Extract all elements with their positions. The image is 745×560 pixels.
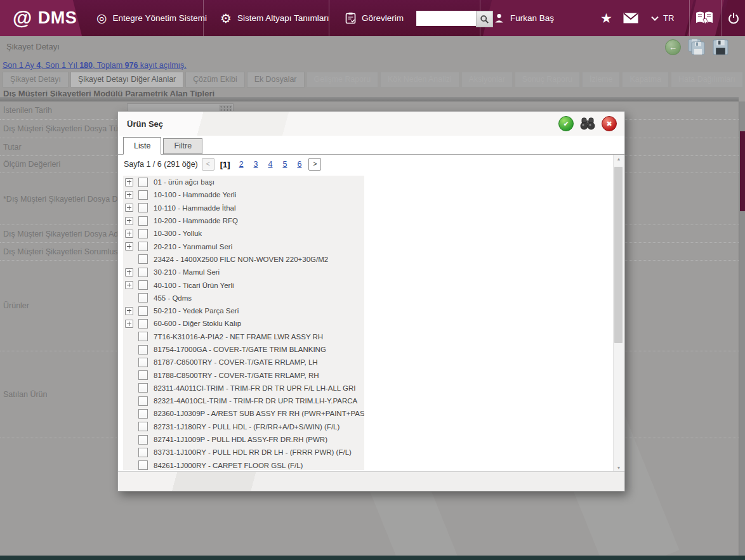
product-checkbox[interactable]	[138, 293, 148, 303]
list-scrollbar[interactable]: ▲ ▼	[613, 155, 624, 472]
tab-filtre[interactable]: Filtre	[163, 138, 202, 154]
product-checkbox[interactable]	[138, 435, 148, 445]
product-checkbox[interactable]	[138, 319, 148, 329]
product-checkbox[interactable]	[138, 332, 148, 341]
expand-plus-icon[interactable]	[125, 204, 133, 212]
product-checkbox[interactable]	[138, 268, 148, 277]
expand-plus-icon[interactable]	[125, 178, 133, 186]
product-checkbox[interactable]	[138, 229, 148, 238]
expand-plus-icon[interactable]	[125, 191, 133, 199]
product-checkbox[interactable]	[138, 460, 148, 470]
product-label[interactable]: 84261-1J000RY - CARPET FLOOR GSL (F/L)	[154, 462, 303, 469]
scroll-down-arrow-icon[interactable]: ▼	[614, 466, 624, 470]
product-checkbox[interactable]	[138, 306, 148, 316]
product-checkbox[interactable]	[138, 448, 148, 457]
binoculars-search-icon[interactable]	[579, 117, 596, 131]
product-label[interactable]: 81754-17000GA - COVER-T/GATE TRIM BLANKI…	[154, 346, 326, 353]
logout-button[interactable]	[727, 0, 740, 36]
record-stats-link[interactable]: Son 1 Ay 4, Son 1 Yıl 180, Toplam 976 ka…	[3, 61, 187, 70]
expand-plus-icon[interactable]	[125, 242, 133, 251]
product-label[interactable]: 40-100 - Ticari Ürün Yerli	[154, 282, 234, 289]
back-button[interactable]: ←	[665, 39, 681, 55]
product-label[interactable]: 60-600 - Diğer Stoklu Kalıp	[154, 320, 241, 327]
page-scrollbar-thumb[interactable]	[740, 131, 745, 211]
product-label[interactable]: 30-210 - Mamul Seri	[154, 268, 220, 276]
tab-aksiyonlar: Aksiyonlar	[461, 72, 513, 88]
tab-sikayet-detayi-diger-alanlar[interactable]: Şikayet Detayı Diğer Alanlar	[70, 72, 183, 88]
save-all-icon[interactable]	[688, 39, 706, 55]
tab-cozum-ekibi[interactable]: Çözüm Ekibi	[185, 72, 245, 88]
product-label[interactable]: 82360-1J0309P - A/REST SUB ASSY FR RH (P…	[154, 410, 364, 417]
close-icon: ✖	[606, 120, 612, 128]
product-checkbox[interactable]	[138, 216, 148, 226]
help-manual-button[interactable]	[695, 0, 714, 36]
page-link-2[interactable]: 2	[239, 160, 244, 169]
page-title: Şikayet Detayı	[6, 42, 60, 51]
messages-icon[interactable]	[623, 0, 638, 36]
product-label[interactable]: 82731-1J180RY - PULL HDL - (FR/RR+A/D+S/…	[154, 423, 340, 431]
product-label[interactable]: 10-300 - Yolluk	[154, 230, 202, 237]
product-label[interactable]: 82321-4A010CL-TRIM - TRIM-FR DR UPR TRIM…	[154, 397, 357, 405]
product-label[interactable]: 10-100 - Hammadde Yerli	[154, 191, 236, 199]
product-label[interactable]: 01 - ürün ağcı başı	[154, 178, 214, 186]
menu-item-integrated-management[interactable]: ◎ Entegre Yönetim Sistemi	[96, 0, 207, 36]
page-link-4[interactable]: 4	[268, 160, 273, 169]
product-label[interactable]: 82741-1J1009P - PULL HDL ASSY-FR DR.RH (…	[154, 436, 327, 443]
field-label: Dış Müşteri Şikayetleri Sorumlusu	[3, 247, 122, 256]
product-label[interactable]: 81788-C8500TRY - COVER-T/GATE RRLAMP, RH	[154, 372, 319, 379]
product-checkbox[interactable]	[138, 396, 148, 406]
favorites-star-icon[interactable]: ★	[600, 0, 612, 36]
expand-plus-icon[interactable]	[125, 230, 133, 238]
product-row: 81788-C8500TRY - COVER-T/GATE RRLAMP, RH	[123, 368, 364, 381]
tab-liste[interactable]: Liste	[123, 137, 161, 155]
product-label[interactable]: 81787-C8500TRY - COVER-T/GATE RRLAMP, LH	[154, 358, 318, 366]
page-link-5[interactable]: 5	[283, 160, 287, 169]
expand-plus-icon[interactable]	[125, 217, 133, 225]
product-checkbox[interactable]	[138, 422, 148, 431]
close-button[interactable]: ✖	[602, 116, 617, 131]
menu-item-system-infrastructure[interactable]: ⚙ Sistem Altyapı Tanımları	[220, 0, 329, 36]
product-label[interactable]: 10-110 - Hammadde İthal	[154, 204, 236, 212]
scroll-up-arrow-icon[interactable]: ▲	[614, 157, 624, 161]
product-checkbox[interactable]	[138, 242, 148, 251]
product-label[interactable]: 83731-1J100RY - PULL HDL RR DR LH - (FRR…	[154, 448, 352, 456]
product-checkbox[interactable]	[138, 370, 148, 380]
product-label[interactable]: 7T16-K31016-A-PIA2 - NET FRAME LWR ASSY …	[154, 333, 323, 341]
product-label[interactable]: 50-210 - Yedek Parça Seri	[154, 307, 239, 315]
product-row: 10-110 - Hammadde İthal	[123, 202, 364, 214]
product-checkbox[interactable]	[138, 178, 148, 187]
page-link-6[interactable]: 6	[297, 160, 301, 169]
product-label[interactable]: 10-200 - Hammadde RFQ	[154, 217, 238, 225]
product-label[interactable]: 455 - Qdms	[154, 294, 192, 302]
product-row: 83731-1J100RY - PULL HDL RR DR LH - (FRR…	[123, 446, 364, 459]
save-icon[interactable]	[713, 39, 729, 55]
search-button[interactable]	[476, 11, 493, 27]
language-selector[interactable]: TR	[651, 0, 674, 36]
product-checkbox[interactable]	[138, 190, 148, 200]
menu-item-my-tasks[interactable]: Görevlerim	[345, 0, 404, 36]
product-label[interactable]: 82311-4A011CI-TRIM - TRIM-FR DR TR UPR F…	[154, 384, 355, 392]
expand-plus-icon[interactable]	[125, 281, 133, 289]
search-input[interactable]	[416, 11, 476, 26]
titlebar-actions: ←	[665, 39, 729, 55]
product-label[interactable]: 20-210 - Yarımamul Seri	[154, 243, 232, 251]
product-checkbox[interactable]	[138, 345, 148, 355]
expand-plus-icon[interactable]	[125, 320, 133, 328]
product-checkbox[interactable]	[138, 409, 148, 419]
tab-sikayet-detayi[interactable]: Şikayet Detayı	[3, 72, 69, 88]
product-checkbox[interactable]	[138, 383, 148, 393]
next-page-button[interactable]: >	[308, 158, 321, 171]
product-checkbox[interactable]	[138, 280, 148, 290]
confirm-button[interactable]: ✔	[558, 116, 574, 131]
product-checkbox[interactable]	[138, 254, 148, 264]
app-logo[interactable]: @DMS	[13, 0, 77, 36]
user-menu[interactable]: Furkan Baş	[494, 0, 554, 36]
product-checkbox[interactable]	[138, 203, 148, 212]
product-label[interactable]: 23424 - 1400X2500 FILC NON-WOVEN 220+30G…	[154, 256, 328, 263]
expand-plus-icon[interactable]	[125, 268, 133, 277]
product-checkbox[interactable]	[138, 358, 148, 367]
list-scrollbar-thumb[interactable]	[614, 167, 623, 343]
page-link-3[interactable]: 3	[254, 160, 258, 169]
expand-plus-icon[interactable]	[125, 307, 133, 315]
tab-ek-dosyalar[interactable]: Ek Dosyalar	[247, 72, 305, 88]
